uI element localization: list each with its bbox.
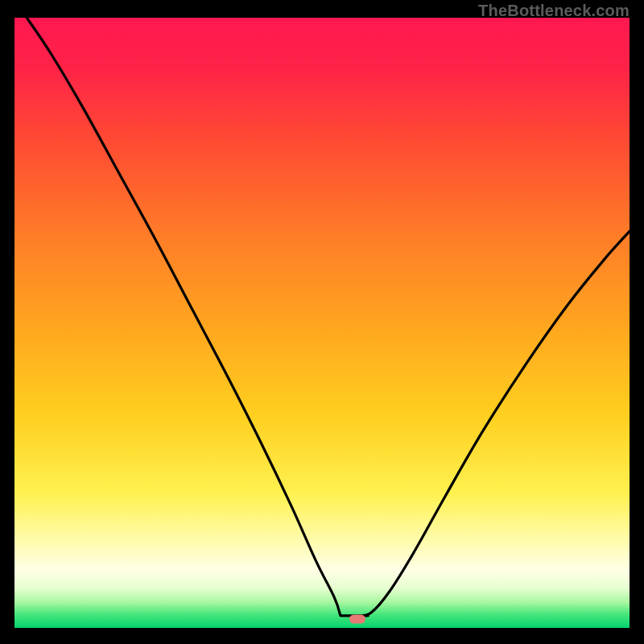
optimal-marker bbox=[349, 614, 365, 623]
chart-stage: TheBottleneck.com bbox=[0, 0, 644, 644]
plot-area bbox=[14, 18, 630, 628]
bottleneck-curve bbox=[14, 18, 630, 628]
